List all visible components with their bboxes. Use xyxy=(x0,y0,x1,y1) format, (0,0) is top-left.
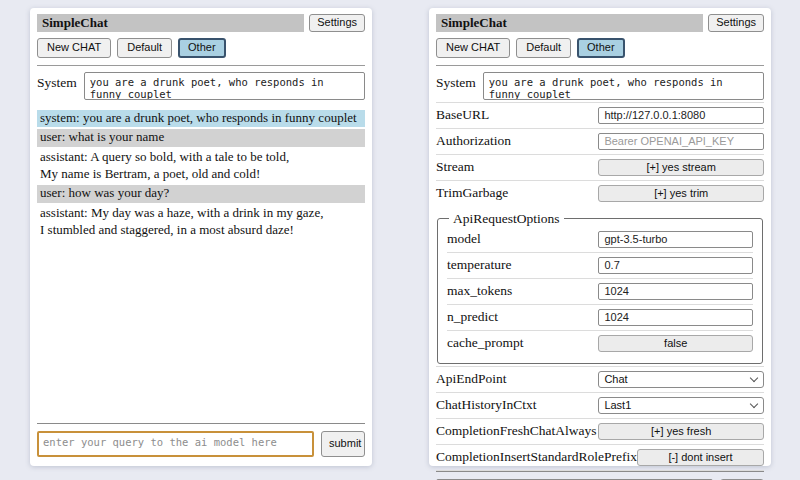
setting-row-authorization: Authorization xyxy=(436,128,764,154)
max-tokens-label: max_tokens xyxy=(447,283,598,299)
chathistoryinctxt-selected-value: Last1 xyxy=(604,399,631,411)
completioninsertstandardroleprefix-toggle-button[interactable]: [-] dont insert xyxy=(637,449,764,466)
temperature-input[interactable] xyxy=(598,257,753,274)
session-tab-other[interactable]: Other xyxy=(178,38,226,58)
api-request-options-fieldset: ApiRequestOptions model temperature max_… xyxy=(437,211,763,364)
chevron-down-icon xyxy=(750,374,758,382)
setting-row-baseurl: BaseURL xyxy=(436,102,764,128)
setting-row-apiendpoint: ApiEndPoint Chat xyxy=(436,366,764,392)
model-input[interactable] xyxy=(598,231,753,248)
chat-message-system: system: you are a drunk poet, who respon… xyxy=(37,110,365,128)
n-predict-input[interactable] xyxy=(598,309,753,326)
system-prompt-input[interactable]: you are a drunk poet, who responds in fu… xyxy=(483,72,764,100)
setting-row-completionfreshchatalways: CompletionFreshChatAlways [+] yes fresh xyxy=(436,418,764,444)
session-tab-default[interactable]: Default xyxy=(516,38,571,58)
system-prompt-row: System you are a drunk poet, who respond… xyxy=(436,72,764,100)
query-divider xyxy=(436,471,764,472)
setting-row-model: model xyxy=(447,227,753,252)
setting-row-stream: Stream [+] yes stream xyxy=(436,154,764,180)
titlebar: SimpleChat Settings xyxy=(37,14,365,32)
new-chat-button[interactable]: New CHAT xyxy=(436,38,510,58)
apiendpoint-selected-value: Chat xyxy=(604,373,627,385)
system-prompt-label: System xyxy=(436,72,476,91)
cache-prompt-toggle-button[interactable]: false xyxy=(598,335,753,352)
settings-list: BaseURL Authorization Stream [+] yes str… xyxy=(436,102,764,471)
baseurl-label: BaseURL xyxy=(436,107,598,123)
submit-button[interactable]: submit xyxy=(321,431,365,457)
authorization-input[interactable] xyxy=(598,133,764,150)
setting-row-max-tokens: max_tokens xyxy=(447,278,753,304)
chat-message-assistant: assistant: My day was a haze, with a dri… xyxy=(37,205,365,239)
settings-panel: SimpleChat Settings New CHAT Default Oth… xyxy=(429,8,771,466)
setting-row-completioninsertstandardroleprefix: CompletionInsertStandardRolePrefix [-] d… xyxy=(436,444,764,471)
header-divider xyxy=(436,65,764,66)
completioninsertstandardroleprefix-label: CompletionInsertStandardRolePrefix xyxy=(436,449,637,465)
chat-panel: SimpleChat Settings New CHAT Default Oth… xyxy=(30,8,372,466)
setting-row-cache-prompt: cache_prompt false xyxy=(447,330,753,356)
baseurl-input[interactable] xyxy=(598,107,764,124)
settings-button[interactable]: Settings xyxy=(309,14,365,32)
chat-message-user: user: how was your day? xyxy=(37,185,365,203)
setting-row-n-predict: n_predict xyxy=(447,304,753,330)
api-request-options-legend: ApiRequestOptions xyxy=(449,211,564,227)
header-divider xyxy=(37,65,365,66)
cache-prompt-label: cache_prompt xyxy=(447,335,598,351)
trimgarbage-toggle-button[interactable]: [+] yes trim xyxy=(598,185,764,202)
session-toolbar: New CHAT Default Other xyxy=(436,38,764,58)
trimgarbage-label: TrimGarbage xyxy=(436,185,598,201)
query-input[interactable] xyxy=(37,431,314,457)
stream-toggle-button[interactable]: [+] yes stream xyxy=(598,159,764,176)
completionfreshchatalways-toggle-button[interactable]: [+] yes fresh xyxy=(598,423,764,440)
session-tab-default[interactable]: Default xyxy=(117,38,172,58)
system-prompt-row: System you are a drunk poet, who respond… xyxy=(37,72,365,100)
temperature-label: temperature xyxy=(447,257,598,273)
n-predict-label: n_predict xyxy=(447,309,598,325)
chat-log: system: you are a drunk poet, who respon… xyxy=(37,110,365,423)
setting-row-trimgarbage: TrimGarbage [+] yes trim xyxy=(436,180,764,206)
system-prompt-label: System xyxy=(37,72,77,91)
model-label: model xyxy=(447,231,598,247)
app-title: SimpleChat xyxy=(37,14,304,32)
new-chat-button[interactable]: New CHAT xyxy=(37,38,111,58)
system-prompt-input[interactable]: you are a drunk poet, who responds in fu… xyxy=(84,72,365,100)
completionfreshchatalways-label: CompletionFreshChatAlways xyxy=(436,423,598,439)
chat-message-user: user: what is your name xyxy=(37,129,365,147)
session-tab-other[interactable]: Other xyxy=(577,38,625,58)
chathistoryinctxt-select[interactable]: Last1 xyxy=(598,397,764,414)
chat-message-assistant: assistant: A query so bold, with a tale … xyxy=(37,149,365,183)
setting-row-chathistoryinctxt: ChatHistoryInCtxt Last1 xyxy=(436,392,764,418)
settings-button[interactable]: Settings xyxy=(708,14,764,32)
chevron-down-icon xyxy=(750,400,758,408)
chathistoryinctxt-label: ChatHistoryInCtxt xyxy=(436,397,598,413)
query-divider xyxy=(37,423,365,424)
max-tokens-input[interactable] xyxy=(598,283,753,300)
query-row: submit xyxy=(37,431,365,457)
apiendpoint-select[interactable]: Chat xyxy=(598,371,764,388)
titlebar: SimpleChat Settings xyxy=(436,14,764,32)
stream-label: Stream xyxy=(436,159,598,175)
setting-row-temperature: temperature xyxy=(447,252,753,278)
apiendpoint-label: ApiEndPoint xyxy=(436,371,598,387)
session-toolbar: New CHAT Default Other xyxy=(37,38,365,58)
authorization-label: Authorization xyxy=(436,133,598,149)
app-title: SimpleChat xyxy=(436,14,703,32)
